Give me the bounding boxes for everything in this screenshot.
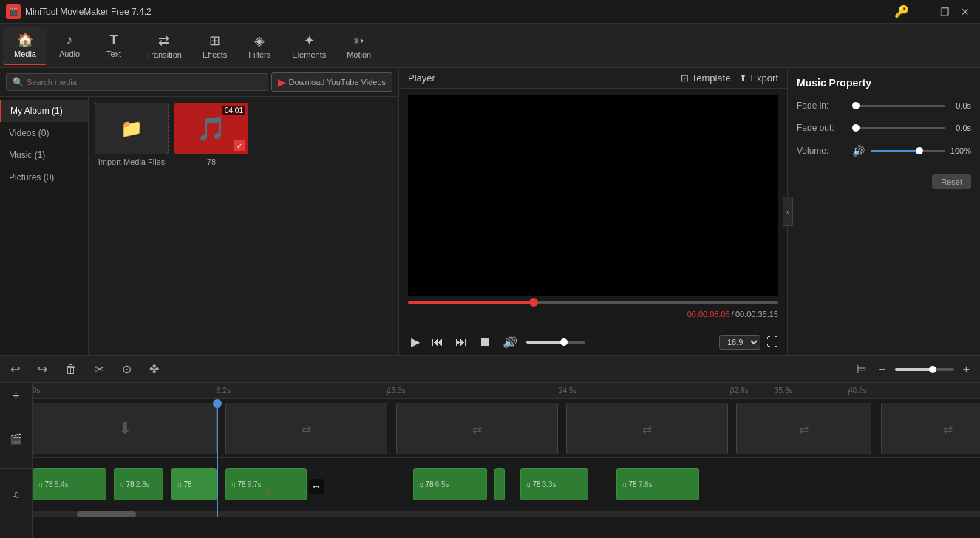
zoom-in-button[interactable]: + bbox=[960, 361, 973, 378]
music-media-thumb[interactable]: 🎵 04:01 ✓ bbox=[174, 103, 248, 154]
fade-out-slider[interactable] bbox=[852, 127, 945, 129]
music-note-icon-4: ♫ bbox=[231, 480, 237, 488]
reset-button[interactable]: Reset bbox=[932, 174, 971, 189]
collapse-panel-button[interactable]: ‹ bbox=[783, 197, 793, 226]
template-label: Template bbox=[692, 72, 731, 84]
toolbar-item-audio[interactable]: ♪ Audio bbox=[47, 27, 92, 65]
fullscreen-button[interactable]: ⛶ bbox=[766, 336, 778, 349]
minimize-button[interactable]: — bbox=[915, 4, 933, 19]
video-clip-6[interactable]: ⇄ bbox=[881, 403, 980, 454]
prev-button[interactable]: ⏮ bbox=[429, 334, 446, 350]
template-button[interactable]: ⊡ Template bbox=[681, 72, 731, 84]
timeline-scrollbar[interactable] bbox=[33, 511, 980, 517]
music-note-icon-6: ♫ bbox=[525, 480, 531, 488]
zoom-slider[interactable] bbox=[895, 368, 954, 371]
video-clip-5[interactable]: ⇄ bbox=[736, 403, 871, 454]
music-clip-num-3: 78 bbox=[184, 480, 192, 488]
toolbar-item-media[interactable]: 🏠 Media bbox=[3, 27, 47, 65]
music-track-icon[interactable]: ♫ bbox=[0, 469, 32, 520]
redo-button[interactable]: ↪ bbox=[35, 361, 50, 378]
add-track-button[interactable]: + bbox=[0, 383, 32, 409]
video-clip-4[interactable]: ⇄ bbox=[566, 403, 728, 454]
video-area bbox=[408, 95, 778, 296]
playback-controls: ▶ ⏮ ⏭ ⏹ 🔊 16:9 4:3 1:1 9:16 ⛶ bbox=[408, 333, 778, 350]
video-track-icon[interactable]: 🎬 bbox=[0, 409, 32, 469]
toolbar-label-motion: Motion bbox=[347, 50, 371, 59]
key-icon: 🔑 bbox=[894, 4, 909, 18]
progress-fill bbox=[408, 301, 534, 304]
restore-button[interactable]: ❐ bbox=[936, 4, 953, 19]
sidebar-label-music: Music (1) bbox=[9, 150, 45, 160]
app-title: MiniTool MovieMaker Free 7.4.2 bbox=[25, 7, 894, 17]
scrollbar-thumb[interactable] bbox=[77, 511, 136, 517]
fade-in-track[interactable] bbox=[852, 105, 945, 107]
stop-button[interactable]: ⏹ bbox=[476, 334, 494, 350]
timeline-ruler: 0s 8.2s 16.3s 24.5s 32.6s 35.6s 40.8s bbox=[33, 383, 980, 399]
timeline-tracks: 0s 8.2s 16.3s 24.5s 32.6s 35.6s 40.8s bbox=[33, 383, 980, 538]
toolbar-item-motion[interactable]: ➳ Motion bbox=[336, 27, 381, 65]
music-clip-small[interactable] bbox=[494, 468, 505, 500]
detach-audio-button[interactable]: ⊙ bbox=[119, 361, 135, 378]
music-clip-3[interactable]: ♫ 78 bbox=[171, 468, 217, 500]
playhead[interactable] bbox=[217, 399, 218, 517]
search-box[interactable]: 🔍 bbox=[6, 73, 268, 91]
video-clip-3[interactable]: ⇄ bbox=[396, 403, 558, 454]
cut-button[interactable]: ✂ bbox=[92, 361, 107, 378]
toolbar-item-elements[interactable]: ✦ Elements bbox=[282, 27, 336, 65]
toolbar-item-effects[interactable]: ⊞ Effects bbox=[192, 27, 237, 65]
fade-out-track[interactable] bbox=[852, 127, 945, 129]
left-panel-inner: My Album (1) Videos (0) Music (1) Pictur… bbox=[0, 97, 398, 355]
music-clip-5[interactable]: ♫ 78 6.5s bbox=[413, 468, 487, 500]
music-clip-2[interactable]: ♫ 78 2.8s bbox=[114, 468, 163, 500]
music-clip-dur-5: 6.5s bbox=[435, 480, 449, 488]
next-button[interactable]: ⏭ bbox=[452, 334, 470, 350]
music-clip-num-7: 78 bbox=[629, 480, 637, 488]
export-label: Export bbox=[750, 72, 778, 84]
right-panel-title: Music Property bbox=[797, 77, 971, 89]
video-clip-1[interactable]: ⬇ bbox=[33, 403, 217, 454]
volume-slider[interactable] bbox=[526, 341, 585, 344]
delete-button[interactable]: 🗑 bbox=[62, 361, 80, 378]
search-input[interactable] bbox=[27, 78, 262, 86]
sidebar-item-my-album[interactable]: My Album (1) bbox=[0, 100, 88, 122]
progress-bar[interactable] bbox=[408, 301, 778, 304]
import-media-thumb[interactable]: 📁 bbox=[95, 103, 169, 154]
music-clip-num-2: 78 bbox=[126, 480, 135, 488]
close-button[interactable]: ✕ bbox=[956, 4, 974, 19]
toolbar-item-transition[interactable]: ⇄ Transition bbox=[136, 27, 192, 65]
ruler-mark-4: 32.6s bbox=[730, 387, 748, 395]
sidebar-item-pictures[interactable]: Pictures (0) bbox=[0, 166, 88, 188]
music-clip-dur-1: 5.4s bbox=[55, 480, 69, 488]
current-time: 00:00:08:05 bbox=[687, 310, 730, 319]
volume-property-track[interactable] bbox=[871, 150, 945, 152]
music-clip-6[interactable]: ♫ 78 3.3s bbox=[520, 468, 588, 500]
download-youtube-button[interactable]: ▶ Download YouTube Videos bbox=[271, 72, 393, 92]
play-button[interactable]: ▶ bbox=[408, 333, 423, 350]
undo-button[interactable]: ↩ bbox=[7, 361, 23, 378]
sidebar-item-videos[interactable]: Videos (0) bbox=[0, 122, 88, 144]
timeline-toolbar: ↩ ↪ 🗑 ✂ ⊙ ✤ ⊨ − + bbox=[0, 356, 980, 383]
media-icon: 🏠 bbox=[17, 32, 33, 48]
zoom-thumb bbox=[929, 366, 936, 373]
music-clip-7[interactable]: ♫ 78 7.8s bbox=[616, 468, 699, 500]
export-button[interactable]: ⬆ Export bbox=[739, 72, 778, 84]
youtube-icon: ▶ bbox=[278, 76, 286, 88]
music-clip-1[interactable]: ♫ 78 5.4s bbox=[33, 468, 106, 500]
filters-icon: ◈ bbox=[254, 33, 265, 49]
zoom-out-button[interactable]: − bbox=[876, 361, 888, 378]
toolbar-item-filters[interactable]: ◈ Filters bbox=[237, 27, 282, 65]
aspect-ratio-select[interactable]: 16:9 4:3 1:1 9:16 bbox=[719, 335, 760, 350]
resize-cursor: ↔ bbox=[309, 479, 324, 494]
toolbar-item-text[interactable]: T Text bbox=[92, 27, 136, 65]
mute-button[interactable]: 🔊 bbox=[500, 333, 520, 350]
video-track-icon-symbol: 🎬 bbox=[10, 433, 22, 445]
crop-button[interactable]: ✤ bbox=[146, 361, 162, 378]
sidebar-label-my-album: My Album (1) bbox=[10, 106, 63, 116]
drag-arrow: ← bbox=[262, 479, 282, 503]
zoom-split-button[interactable]: ⊨ bbox=[854, 361, 870, 378]
ruler-mark-0: 0s bbox=[33, 387, 41, 395]
fade-in-slider[interactable] bbox=[852, 105, 945, 107]
video-clip-2[interactable]: ⇄ bbox=[225, 403, 387, 454]
volume-property-slider[interactable]: 🔊 bbox=[852, 145, 945, 157]
sidebar-item-music[interactable]: Music (1) bbox=[0, 144, 88, 166]
